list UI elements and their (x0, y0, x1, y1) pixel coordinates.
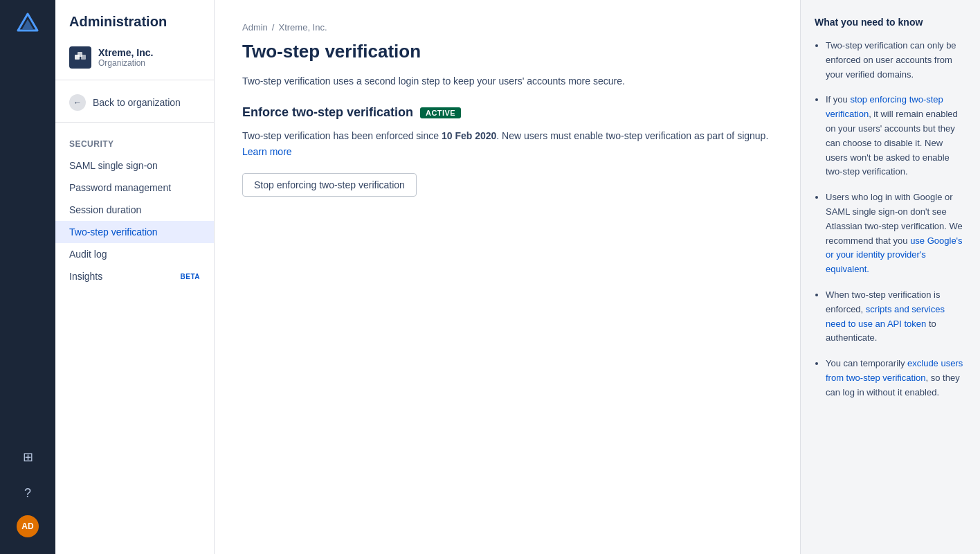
sidebar-org: Xtreme, Inc. Organization (55, 41, 214, 80)
breadcrumb: Admin / Xtreme, Inc. (242, 22, 772, 33)
app-logo[interactable] (15, 11, 40, 36)
info-list-item-4: When two-step verification is enforced, … (826, 288, 966, 346)
page-description: Two-step verification uses a second logi… (242, 73, 772, 89)
org-details: Xtreme, Inc. Organization (98, 47, 153, 69)
info-panel: What you need to know Two-step verificat… (800, 0, 980, 554)
sidebar-item-insights[interactable]: Insights BETA (55, 265, 214, 287)
sidebar-item-twostep-label: Two-step verification (69, 226, 158, 238)
page-title: Two-step verification (242, 41, 772, 62)
learn-more-link[interactable]: Learn more (242, 146, 292, 157)
enforce-text-after: . New users must enable two-step verific… (496, 130, 768, 141)
enforce-text-before: Two-step verification has been enforced … (242, 130, 442, 141)
grid-icon[interactable]: ⊞ (14, 443, 42, 471)
info-item-1-text: Two-step verification can only be enforc… (826, 40, 956, 80)
security-section-title: Security (55, 134, 214, 154)
sidebar-item-insights-label: Insights (69, 271, 102, 282)
help-icon[interactable]: ? (14, 479, 42, 507)
info-item-2-before: If you (826, 94, 850, 105)
enforce-date: 10 Feb 2020 (442, 130, 496, 141)
svg-rect-4 (78, 52, 82, 57)
sidebar-item-password-label: Password management (69, 182, 171, 193)
info-list-item-2: If you stop enforcing two-step verificat… (826, 93, 966, 179)
org-icon (69, 46, 91, 69)
avatar[interactable]: AD (17, 515, 39, 537)
active-badge: ACTIVE (420, 107, 461, 118)
sidebar-item-twostep[interactable]: Two-step verification (55, 221, 214, 243)
sidebar-title: Administration (55, 14, 214, 41)
breadcrumb-sep: / (272, 22, 275, 33)
sidebar-item-session-label: Session duration (69, 204, 141, 215)
info-panel-title: What you need to know (815, 17, 966, 28)
stop-enforcing-button[interactable]: Stop enforcing two-step verification (242, 173, 417, 197)
sidebar-item-saml-label: SAML single sign-on (69, 160, 158, 171)
info-list-item-1: Two-step verification can only be enforc… (826, 39, 966, 82)
info-list-item-5: You can temporarily exclude users from t… (826, 357, 966, 400)
content-area: Admin / Xtreme, Inc. Two-step verificati… (215, 0, 800, 554)
sidebar-item-auditlog-label: Audit log (69, 249, 107, 260)
sidebar-item-auditlog[interactable]: Audit log (55, 243, 214, 265)
org-name: Xtreme, Inc. (98, 47, 153, 59)
breadcrumb-org: Xtreme, Inc. (278, 22, 327, 33)
info-list: Two-step verification can only be enforc… (815, 39, 966, 400)
sidebar-item-password[interactable]: Password management (55, 177, 214, 199)
nav-bar: ⊞ ? AD (0, 0, 55, 554)
org-type: Organization (98, 58, 153, 68)
section-title-text: Enforce two-step verification (242, 105, 413, 120)
back-to-org-button[interactable]: ← Back to organization (55, 89, 214, 123)
section-title: Enforce two-step verification ACTIVE (242, 105, 772, 120)
sidebar-item-saml[interactable]: SAML single sign-on (55, 154, 214, 177)
breadcrumb-admin: Admin (242, 22, 268, 33)
back-label: Back to organization (93, 97, 181, 108)
beta-badge: BETA (181, 273, 200, 280)
enforce-description: Two-step verification has been enforced … (242, 128, 772, 159)
info-list-item-3: Users who log in with Google or SAML sin… (826, 190, 966, 277)
sidebar-item-session[interactable]: Session duration (55, 199, 214, 221)
sidebar: Administration Xtreme, Inc. Organization… (55, 0, 215, 554)
main-content: Admin / Xtreme, Inc. Two-step verificati… (215, 0, 980, 554)
info-item-5-before: You can temporarily (826, 358, 907, 368)
back-icon: ← (69, 94, 86, 111)
